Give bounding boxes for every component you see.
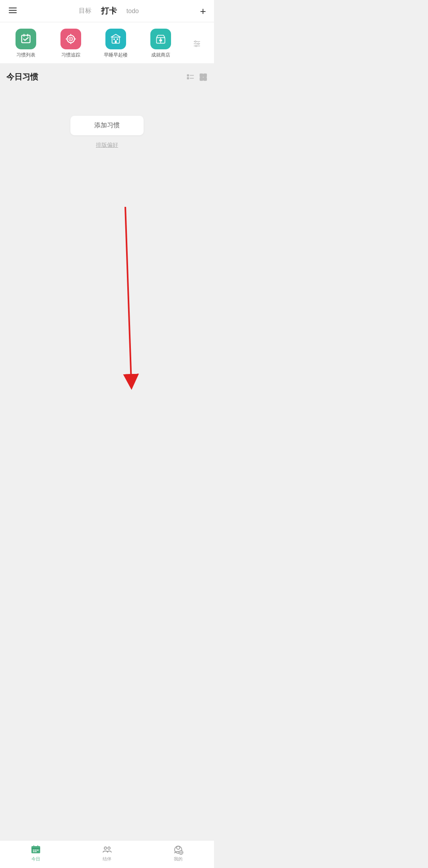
svg-point-19	[195, 41, 196, 42]
svg-point-8	[70, 38, 72, 40]
svg-rect-12	[115, 41, 117, 43]
main-content: 今日习惯 添加习惯 排版偏好	[0, 64, 214, 342]
nav-tabs: 目标 打卡 todo	[79, 6, 139, 16]
early-rise-label: 早睡早起楼	[104, 52, 128, 58]
svg-point-20	[198, 43, 199, 45]
section-title: 今日习惯	[6, 72, 38, 82]
section-header: 今日习惯	[6, 72, 208, 82]
svg-rect-11	[117, 39, 118, 40]
view-toggle	[186, 73, 208, 82]
shortcut-panel: 习惯列表 习惯追踪 早睡早起楼	[0, 22, 214, 64]
achievement-shop-label: 成就商店	[151, 52, 170, 58]
shortcut-habit-list[interactable]: 习惯列表	[10, 29, 42, 58]
shortcut-habit-track[interactable]: 习惯追踪	[55, 29, 87, 58]
svg-rect-24	[187, 77, 189, 79]
svg-rect-28	[200, 77, 203, 80]
add-icon[interactable]: +	[200, 6, 206, 16]
tab-goal[interactable]: 目标	[79, 7, 91, 15]
svg-rect-26	[200, 74, 203, 76]
achievement-shop-icon-box	[150, 29, 171, 49]
layout-preference-link[interactable]: 排版偏好	[96, 142, 118, 149]
svg-rect-27	[204, 74, 206, 76]
habit-track-label: 习惯追踪	[61, 52, 80, 58]
filter-settings-icon[interactable]	[190, 33, 204, 54]
svg-point-21	[196, 45, 197, 47]
habit-list-icon-box	[16, 29, 36, 49]
svg-rect-10	[113, 39, 115, 40]
top-nav-bar: 目标 打卡 todo +	[0, 0, 214, 22]
add-habit-button[interactable]: 添加习惯	[70, 116, 144, 135]
habit-list-label: 习惯列表	[16, 52, 35, 58]
shortcut-achievement-shop[interactable]: 成就商店	[145, 29, 177, 58]
empty-state-area: 添加习惯 排版偏好	[6, 92, 208, 165]
habit-track-icon-box	[60, 29, 81, 49]
tab-todo[interactable]: todo	[126, 8, 139, 15]
svg-rect-29	[204, 77, 206, 80]
tab-checkin[interactable]: 打卡	[101, 6, 117, 16]
grid-view-icon[interactable]	[199, 73, 208, 82]
shortcut-early-rise[interactable]: 早睡早起楼	[100, 29, 132, 58]
list-view-icon[interactable]	[186, 73, 195, 82]
svg-rect-15	[160, 39, 162, 41]
menu-icon[interactable]	[8, 6, 18, 17]
svg-rect-22	[187, 74, 189, 76]
early-rise-icon-box	[105, 29, 126, 49]
